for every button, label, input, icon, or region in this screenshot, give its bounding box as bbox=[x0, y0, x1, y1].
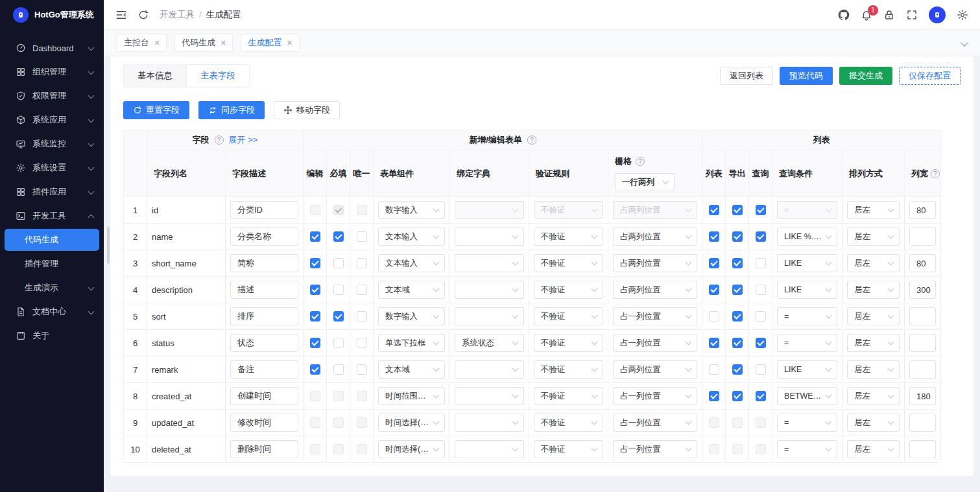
width-input[interactable] bbox=[909, 307, 936, 325]
chevron-down-icon[interactable] bbox=[961, 39, 968, 46]
component-select[interactable]: 时间选择(Y-... bbox=[378, 440, 445, 458]
export-checkbox[interactable] bbox=[732, 231, 743, 242]
unique-checkbox[interactable] bbox=[357, 391, 367, 401]
align-select[interactable]: 居左 bbox=[847, 414, 900, 432]
dict-select[interactable]: 系统状态 bbox=[455, 334, 524, 352]
refresh-icon[interactable] bbox=[137, 9, 149, 21]
sidebar-item-system-app[interactable]: 系统应用 bbox=[5, 109, 99, 131]
component-select[interactable]: 文本输入 bbox=[378, 228, 445, 246]
notification-bell-icon[interactable]: 1 bbox=[861, 9, 872, 21]
component-select[interactable]: 数字输入 bbox=[378, 201, 445, 219]
grid-layout-select[interactable]: 一行两列 bbox=[615, 173, 675, 191]
field-desc-input[interactable]: 分类ID bbox=[230, 201, 298, 219]
grid-select[interactable]: 占一列位置 bbox=[613, 334, 697, 352]
dict-select[interactable] bbox=[455, 254, 524, 272]
component-select[interactable]: 文本输入 bbox=[378, 254, 445, 272]
breadcrumb-parent[interactable]: 开发工具 bbox=[160, 9, 195, 21]
component-select[interactable]: 文本域 bbox=[378, 281, 445, 299]
close-icon[interactable]: × bbox=[287, 38, 292, 47]
unique-checkbox[interactable] bbox=[357, 364, 367, 375]
edit-checkbox[interactable] bbox=[310, 285, 320, 295]
edit-checkbox[interactable] bbox=[310, 205, 320, 215]
page-tab-code-generate[interactable]: 代码生成× bbox=[174, 34, 233, 52]
save-config-only-button[interactable]: 仅保存配置 bbox=[899, 67, 961, 85]
query-checkbox[interactable] bbox=[756, 417, 766, 428]
move-fields-button[interactable]: 移动字段 bbox=[274, 101, 340, 119]
required-checkbox[interactable] bbox=[333, 285, 344, 295]
close-icon[interactable]: × bbox=[221, 38, 226, 47]
query-cond-select[interactable]: = bbox=[777, 414, 837, 432]
component-select[interactable]: 单选下拉框 bbox=[378, 334, 445, 352]
edit-checkbox[interactable] bbox=[310, 231, 320, 242]
query-checkbox[interactable] bbox=[756, 285, 766, 295]
sidebar-item-dashboard[interactable]: Dashboard bbox=[5, 37, 99, 59]
width-input[interactable]: 300 bbox=[909, 281, 936, 299]
grid-select[interactable]: 占两列位置 bbox=[613, 201, 697, 219]
field-desc-input[interactable]: 创建时间 bbox=[230, 387, 298, 405]
required-checkbox[interactable] bbox=[333, 444, 344, 454]
export-checkbox[interactable] bbox=[732, 285, 743, 295]
settings-gear-icon[interactable] bbox=[957, 9, 968, 21]
submit-generate-button[interactable]: 提交生成 bbox=[839, 67, 892, 85]
field-desc-input[interactable]: 备注 bbox=[230, 360, 298, 379]
field-desc-input[interactable]: 描述 bbox=[230, 281, 298, 299]
dict-select[interactable] bbox=[455, 307, 524, 325]
validate-select[interactable]: 不验证 bbox=[534, 334, 603, 352]
required-checkbox[interactable] bbox=[333, 338, 344, 348]
sidebar-item-system-settings[interactable]: 系统设置 bbox=[5, 157, 99, 179]
width-input[interactable] bbox=[909, 334, 936, 352]
align-select[interactable]: 居左 bbox=[847, 387, 900, 405]
validate-select[interactable]: 不验证 bbox=[534, 440, 603, 458]
reset-fields-button[interactable]: 重置字段 bbox=[123, 101, 189, 119]
query-cond-select[interactable]: LIKE %...% bbox=[777, 228, 837, 246]
grid-select[interactable]: 占两列位置 bbox=[613, 228, 697, 246]
close-icon[interactable]: × bbox=[154, 38, 160, 47]
align-select[interactable]: 居左 bbox=[847, 334, 900, 352]
align-select[interactable]: 居左 bbox=[847, 254, 900, 272]
grid-select[interactable]: 占一列位置 bbox=[613, 387, 697, 405]
export-checkbox[interactable] bbox=[732, 258, 743, 268]
required-checkbox[interactable] bbox=[333, 364, 344, 375]
list-checkbox[interactable] bbox=[709, 231, 719, 242]
unique-checkbox[interactable] bbox=[357, 311, 367, 322]
edit-checkbox[interactable] bbox=[310, 417, 320, 428]
query-cond-select[interactable]: LIKE bbox=[777, 360, 837, 379]
required-checkbox[interactable] bbox=[333, 231, 344, 242]
width-input[interactable]: 80 bbox=[909, 201, 936, 219]
align-select[interactable]: 居左 bbox=[847, 307, 900, 325]
grid-select[interactable]: 占一列位置 bbox=[613, 307, 697, 325]
edit-checkbox[interactable] bbox=[310, 258, 320, 268]
field-desc-input[interactable]: 修改时间 bbox=[230, 414, 298, 432]
query-cond-select[interactable]: LIKE bbox=[777, 254, 837, 272]
page-tab-console[interactable]: 主控台× bbox=[117, 34, 167, 52]
github-icon[interactable] bbox=[838, 9, 850, 21]
edit-checkbox[interactable] bbox=[310, 444, 320, 454]
export-checkbox[interactable] bbox=[732, 444, 743, 454]
sidebar-item-plugin-app[interactable]: 插件应用 bbox=[5, 181, 99, 203]
sidebar-item-doc-center[interactable]: 文档中心 bbox=[5, 301, 99, 323]
width-input[interactable]: 80 bbox=[909, 254, 936, 272]
validate-select[interactable]: 不验证 bbox=[534, 307, 603, 325]
scrollbar-thumb[interactable] bbox=[107, 227, 110, 264]
unique-checkbox[interactable] bbox=[357, 444, 367, 454]
validate-select[interactable]: 不验证 bbox=[534, 387, 603, 405]
required-checkbox[interactable] bbox=[333, 258, 344, 268]
width-input[interactable] bbox=[909, 360, 936, 379]
query-cond-select[interactable]: = bbox=[777, 334, 837, 352]
sidebar-item-permission[interactable]: 权限管理 bbox=[5, 85, 99, 107]
unique-checkbox[interactable] bbox=[357, 231, 367, 242]
export-checkbox[interactable] bbox=[732, 205, 743, 215]
list-checkbox[interactable] bbox=[709, 311, 719, 322]
preview-code-button[interactable]: 预览代码 bbox=[780, 67, 833, 85]
query-cond-select[interactable]: LIKE bbox=[777, 281, 837, 299]
unique-checkbox[interactable] bbox=[357, 338, 367, 348]
width-input[interactable]: 180 bbox=[909, 387, 936, 405]
list-checkbox[interactable] bbox=[709, 338, 719, 348]
tab-basic-info[interactable]: 基本信息 bbox=[123, 64, 187, 88]
query-cond-select[interactable]: = bbox=[777, 307, 837, 325]
validate-select[interactable]: 不验证 bbox=[534, 201, 603, 219]
grid-select[interactable]: 占两列位置 bbox=[613, 360, 697, 379]
list-checkbox[interactable] bbox=[709, 205, 719, 215]
width-input[interactable] bbox=[909, 440, 936, 458]
sync-fields-button[interactable]: 同步字段 bbox=[198, 101, 265, 119]
